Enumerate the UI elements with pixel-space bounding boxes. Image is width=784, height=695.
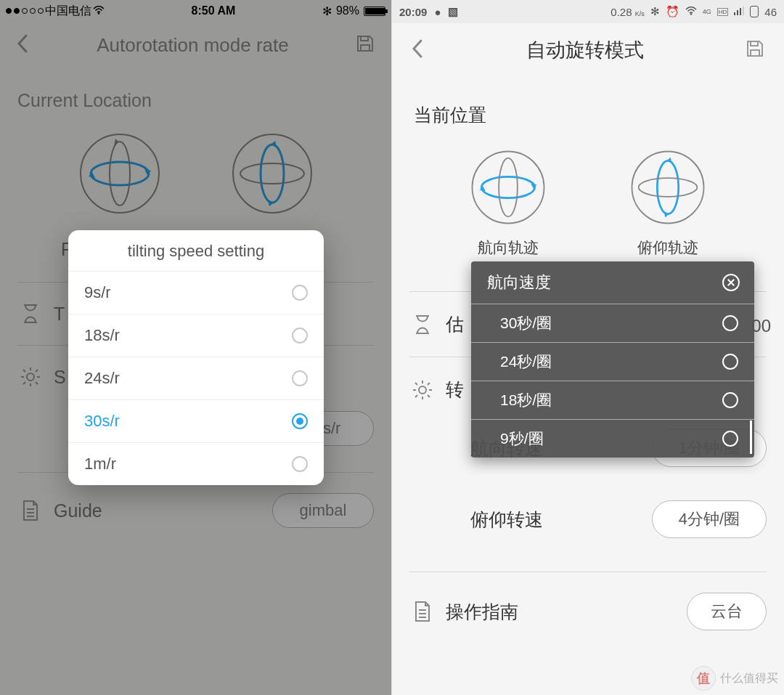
battery-pct: 46 xyxy=(764,6,777,18)
navbar: 自动旋转模式 xyxy=(392,23,784,77)
radio-icon xyxy=(292,328,308,344)
tilt-speed-value[interactable]: 4分钟/圈 xyxy=(652,500,767,538)
wechat-icon: ● xyxy=(434,6,441,18)
watermark-glyph: 值 xyxy=(691,666,716,691)
guide-label: 操作指南 xyxy=(436,600,687,624)
wifi-icon xyxy=(685,6,697,17)
signal-icon xyxy=(734,6,744,17)
bluetooth-icon: ✻ xyxy=(650,5,660,18)
ios-screen: 中国电信 8:50 AM ✻ 98% Autorotation mode rat… xyxy=(0,0,392,695)
speed-option-4[interactable]: 1m/r xyxy=(68,442,324,485)
guide-value[interactable]: 云台 xyxy=(687,593,767,630)
radio-icon xyxy=(292,285,308,301)
tilting-speed-dialog: tilting speed setting 9s/r 18s/r 24s/r 3… xyxy=(68,230,324,485)
pan-speed-dialog: 航向速度 30秒/圈 24秒/圈 18秒/圈 9秒/圈 xyxy=(471,261,754,458)
battery-icon xyxy=(750,6,759,17)
tilt-speed-label: 俯仰转速 xyxy=(436,508,652,532)
speed-option-1[interactable]: 24秒/圈 xyxy=(471,342,754,381)
image-icon: ▧ xyxy=(448,5,458,18)
doc-icon xyxy=(409,600,436,623)
speed-option-0[interactable]: 30秒/圈 xyxy=(471,304,754,342)
net-gen: 4G xyxy=(703,8,711,15)
alarm-icon: ⏰ xyxy=(666,5,679,18)
radio-icon xyxy=(722,315,738,331)
pan-orbit-icon xyxy=(468,147,548,230)
radio-icon xyxy=(722,392,738,408)
svg-point-14 xyxy=(481,176,534,198)
radio-icon xyxy=(722,431,738,447)
android-status-bar: 20:09 ● ▧ 0.28 K/s ✻ ⏰ 4G HD 46 xyxy=(392,0,784,23)
net-rate: 0.28 K/s xyxy=(611,6,644,18)
tilt-orbit-icon xyxy=(628,147,708,230)
status-time: 20:09 xyxy=(399,6,427,18)
back-button[interactable] xyxy=(411,38,425,62)
close-icon[interactable] xyxy=(722,274,740,291)
speed-option-0[interactable]: 9s/r xyxy=(68,271,324,314)
svg-rect-12 xyxy=(743,7,744,15)
android-screen: 20:09 ● ▧ 0.28 K/s ✻ ⏰ 4G HD 46 xyxy=(392,0,784,695)
svg-point-16 xyxy=(632,152,704,224)
speed-option-1[interactable]: 18s/r xyxy=(68,314,324,357)
radio-icon xyxy=(722,354,738,370)
watermark: 值 什么值得买 xyxy=(691,666,778,691)
speed-option-3[interactable]: 30s/r xyxy=(68,399,324,442)
svg-point-15 xyxy=(499,158,518,217)
orbit-diagrams: 航向轨迹 俯仰轨迹 xyxy=(392,134,784,265)
speed-option-2[interactable]: 24s/r xyxy=(68,357,324,399)
save-button[interactable] xyxy=(745,38,765,62)
watermark-text: 什么值得买 xyxy=(720,671,778,686)
dialog-title: tilting speed setting xyxy=(68,230,324,271)
svg-rect-9 xyxy=(734,12,735,15)
svg-point-17 xyxy=(657,160,678,214)
speed-option-3[interactable]: 9秒/圈 xyxy=(471,419,754,458)
estimate-tail: 00 xyxy=(751,316,771,336)
svg-point-19 xyxy=(419,386,426,394)
pan-orbit-label: 航向轨迹 xyxy=(478,237,539,258)
svg-rect-10 xyxy=(737,10,738,15)
speed-option-2[interactable]: 18秒/圈 xyxy=(471,381,754,419)
radio-icon xyxy=(292,456,308,472)
svg-point-8 xyxy=(690,13,692,15)
svg-point-18 xyxy=(639,178,698,197)
section-current-location: 当前位置 xyxy=(392,77,784,134)
dialog-title: 航向速度 xyxy=(487,272,551,293)
hourglass-icon xyxy=(409,314,436,336)
scrollbar[interactable] xyxy=(750,420,752,454)
radio-icon xyxy=(292,413,308,429)
radio-icon xyxy=(292,370,308,386)
page-title: 自动旋转模式 xyxy=(526,37,644,63)
tilt-orbit-label: 俯仰轨迹 xyxy=(637,237,698,258)
svg-rect-11 xyxy=(740,8,741,15)
gear-icon xyxy=(409,379,436,401)
hd-indicator: HD xyxy=(717,8,729,16)
